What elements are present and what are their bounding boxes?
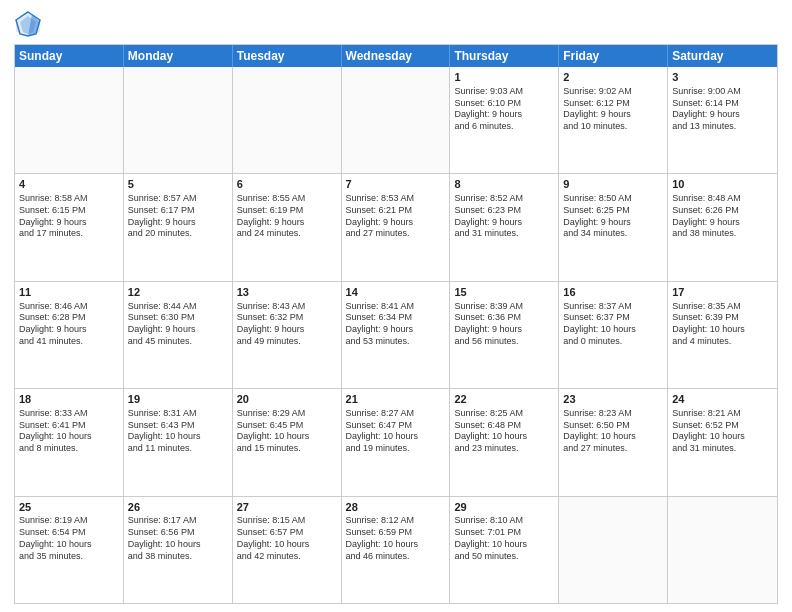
day-number: 9 <box>563 177 663 192</box>
cal-cell-day-12: 12Sunrise: 8:44 AM Sunset: 6:30 PM Dayli… <box>124 282 233 388</box>
cal-cell-day-14: 14Sunrise: 8:41 AM Sunset: 6:34 PM Dayli… <box>342 282 451 388</box>
day-number: 18 <box>19 392 119 407</box>
page: SundayMondayTuesdayWednesdayThursdayFrid… <box>0 0 792 612</box>
cell-info: Sunrise: 8:12 AM Sunset: 6:59 PM Dayligh… <box>346 515 446 562</box>
cal-cell-day-29: 29Sunrise: 8:10 AM Sunset: 7:01 PM Dayli… <box>450 497 559 603</box>
cal-cell-day-11: 11Sunrise: 8:46 AM Sunset: 6:28 PM Dayli… <box>15 282 124 388</box>
day-number: 17 <box>672 285 773 300</box>
cal-row-1: 4Sunrise: 8:58 AM Sunset: 6:15 PM Daylig… <box>15 173 777 280</box>
day-number: 13 <box>237 285 337 300</box>
cal-cell-day-22: 22Sunrise: 8:25 AM Sunset: 6:48 PM Dayli… <box>450 389 559 495</box>
cal-row-3: 18Sunrise: 8:33 AM Sunset: 6:41 PM Dayli… <box>15 388 777 495</box>
day-number: 11 <box>19 285 119 300</box>
cell-info: Sunrise: 8:19 AM Sunset: 6:54 PM Dayligh… <box>19 515 119 562</box>
calendar-header-row: SundayMondayTuesdayWednesdayThursdayFrid… <box>15 45 777 67</box>
header-cell-sunday: Sunday <box>15 45 124 67</box>
cell-info: Sunrise: 8:41 AM Sunset: 6:34 PM Dayligh… <box>346 301 446 348</box>
cell-info: Sunrise: 8:35 AM Sunset: 6:39 PM Dayligh… <box>672 301 773 348</box>
cell-info: Sunrise: 8:44 AM Sunset: 6:30 PM Dayligh… <box>128 301 228 348</box>
cal-cell-day-15: 15Sunrise: 8:39 AM Sunset: 6:36 PM Dayli… <box>450 282 559 388</box>
cell-info: Sunrise: 9:03 AM Sunset: 6:10 PM Dayligh… <box>454 86 554 133</box>
cal-cell-empty-4-6 <box>668 497 777 603</box>
cal-cell-day-6: 6Sunrise: 8:55 AM Sunset: 6:19 PM Daylig… <box>233 174 342 280</box>
day-number: 4 <box>19 177 119 192</box>
cal-cell-empty-0-2 <box>233 67 342 173</box>
day-number: 27 <box>237 500 337 515</box>
day-number: 22 <box>454 392 554 407</box>
cell-info: Sunrise: 8:31 AM Sunset: 6:43 PM Dayligh… <box>128 408 228 455</box>
cell-info: Sunrise: 8:15 AM Sunset: 6:57 PM Dayligh… <box>237 515 337 562</box>
cal-cell-day-20: 20Sunrise: 8:29 AM Sunset: 6:45 PM Dayli… <box>233 389 342 495</box>
cal-cell-day-2: 2Sunrise: 9:02 AM Sunset: 6:12 PM Daylig… <box>559 67 668 173</box>
cal-cell-day-17: 17Sunrise: 8:35 AM Sunset: 6:39 PM Dayli… <box>668 282 777 388</box>
cal-cell-day-1: 1Sunrise: 9:03 AM Sunset: 6:10 PM Daylig… <box>450 67 559 173</box>
day-number: 16 <box>563 285 663 300</box>
cell-info: Sunrise: 8:50 AM Sunset: 6:25 PM Dayligh… <box>563 193 663 240</box>
cal-cell-day-24: 24Sunrise: 8:21 AM Sunset: 6:52 PM Dayli… <box>668 389 777 495</box>
cell-info: Sunrise: 8:57 AM Sunset: 6:17 PM Dayligh… <box>128 193 228 240</box>
cal-cell-day-9: 9Sunrise: 8:50 AM Sunset: 6:25 PM Daylig… <box>559 174 668 280</box>
cal-row-4: 25Sunrise: 8:19 AM Sunset: 6:54 PM Dayli… <box>15 496 777 603</box>
day-number: 28 <box>346 500 446 515</box>
day-number: 10 <box>672 177 773 192</box>
day-number: 15 <box>454 285 554 300</box>
cal-cell-day-7: 7Sunrise: 8:53 AM Sunset: 6:21 PM Daylig… <box>342 174 451 280</box>
day-number: 2 <box>563 70 663 85</box>
cell-info: Sunrise: 8:48 AM Sunset: 6:26 PM Dayligh… <box>672 193 773 240</box>
header-cell-friday: Friday <box>559 45 668 67</box>
day-number: 25 <box>19 500 119 515</box>
cell-info: Sunrise: 9:02 AM Sunset: 6:12 PM Dayligh… <box>563 86 663 133</box>
header-cell-tuesday: Tuesday <box>233 45 342 67</box>
cell-info: Sunrise: 8:43 AM Sunset: 6:32 PM Dayligh… <box>237 301 337 348</box>
cell-info: Sunrise: 8:23 AM Sunset: 6:50 PM Dayligh… <box>563 408 663 455</box>
cell-info: Sunrise: 8:52 AM Sunset: 6:23 PM Dayligh… <box>454 193 554 240</box>
cal-cell-empty-0-1 <box>124 67 233 173</box>
cal-cell-day-19: 19Sunrise: 8:31 AM Sunset: 6:43 PM Dayli… <box>124 389 233 495</box>
cal-cell-empty-0-3 <box>342 67 451 173</box>
day-number: 23 <box>563 392 663 407</box>
cal-cell-empty-0-0 <box>15 67 124 173</box>
cal-cell-day-8: 8Sunrise: 8:52 AM Sunset: 6:23 PM Daylig… <box>450 174 559 280</box>
header <box>14 10 778 38</box>
header-cell-wednesday: Wednesday <box>342 45 451 67</box>
cell-info: Sunrise: 8:53 AM Sunset: 6:21 PM Dayligh… <box>346 193 446 240</box>
cal-cell-day-3: 3Sunrise: 9:00 AM Sunset: 6:14 PM Daylig… <box>668 67 777 173</box>
header-cell-thursday: Thursday <box>450 45 559 67</box>
day-number: 6 <box>237 177 337 192</box>
day-number: 8 <box>454 177 554 192</box>
cell-info: Sunrise: 8:10 AM Sunset: 7:01 PM Dayligh… <box>454 515 554 562</box>
cal-cell-day-25: 25Sunrise: 8:19 AM Sunset: 6:54 PM Dayli… <box>15 497 124 603</box>
day-number: 20 <box>237 392 337 407</box>
cal-cell-empty-4-5 <box>559 497 668 603</box>
day-number: 21 <box>346 392 446 407</box>
cell-info: Sunrise: 8:21 AM Sunset: 6:52 PM Dayligh… <box>672 408 773 455</box>
cal-cell-day-16: 16Sunrise: 8:37 AM Sunset: 6:37 PM Dayli… <box>559 282 668 388</box>
cell-info: Sunrise: 9:00 AM Sunset: 6:14 PM Dayligh… <box>672 86 773 133</box>
cell-info: Sunrise: 8:29 AM Sunset: 6:45 PM Dayligh… <box>237 408 337 455</box>
day-number: 14 <box>346 285 446 300</box>
logo <box>14 10 46 38</box>
cal-cell-day-23: 23Sunrise: 8:23 AM Sunset: 6:50 PM Dayli… <box>559 389 668 495</box>
calendar-body: 1Sunrise: 9:03 AM Sunset: 6:10 PM Daylig… <box>15 67 777 603</box>
cal-cell-day-18: 18Sunrise: 8:33 AM Sunset: 6:41 PM Dayli… <box>15 389 124 495</box>
cal-cell-day-26: 26Sunrise: 8:17 AM Sunset: 6:56 PM Dayli… <box>124 497 233 603</box>
cell-info: Sunrise: 8:25 AM Sunset: 6:48 PM Dayligh… <box>454 408 554 455</box>
cell-info: Sunrise: 8:55 AM Sunset: 6:19 PM Dayligh… <box>237 193 337 240</box>
cal-cell-day-27: 27Sunrise: 8:15 AM Sunset: 6:57 PM Dayli… <box>233 497 342 603</box>
cal-cell-day-5: 5Sunrise: 8:57 AM Sunset: 6:17 PM Daylig… <box>124 174 233 280</box>
cell-info: Sunrise: 8:46 AM Sunset: 6:28 PM Dayligh… <box>19 301 119 348</box>
day-number: 24 <box>672 392 773 407</box>
logo-icon <box>14 10 42 38</box>
cal-row-2: 11Sunrise: 8:46 AM Sunset: 6:28 PM Dayli… <box>15 281 777 388</box>
day-number: 1 <box>454 70 554 85</box>
day-number: 5 <box>128 177 228 192</box>
day-number: 12 <box>128 285 228 300</box>
cal-row-0: 1Sunrise: 9:03 AM Sunset: 6:10 PM Daylig… <box>15 67 777 173</box>
cell-info: Sunrise: 8:27 AM Sunset: 6:47 PM Dayligh… <box>346 408 446 455</box>
cal-cell-day-28: 28Sunrise: 8:12 AM Sunset: 6:59 PM Dayli… <box>342 497 451 603</box>
header-cell-monday: Monday <box>124 45 233 67</box>
cell-info: Sunrise: 8:58 AM Sunset: 6:15 PM Dayligh… <box>19 193 119 240</box>
calendar: SundayMondayTuesdayWednesdayThursdayFrid… <box>14 44 778 604</box>
day-number: 29 <box>454 500 554 515</box>
cell-info: Sunrise: 8:37 AM Sunset: 6:37 PM Dayligh… <box>563 301 663 348</box>
